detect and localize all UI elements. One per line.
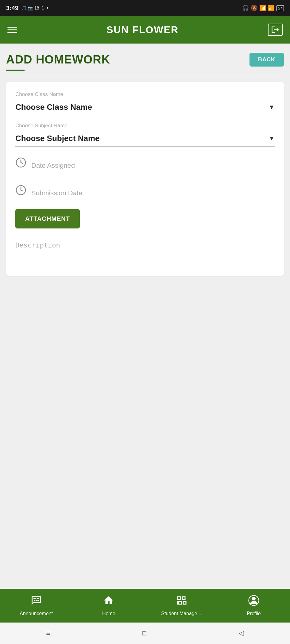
- subject-field-group: Choose Subject Name Choose Subject Name …: [15, 123, 275, 147]
- status-icons: 🎵 📷 18 🚶 •: [21, 6, 48, 10]
- attachment-button[interactable]: ATTACHMENT: [15, 209, 80, 228]
- status-time: 3:49: [6, 5, 18, 12]
- subject-dropdown[interactable]: Choose Subject Name ▼: [15, 131, 275, 147]
- logout-button[interactable]: [268, 24, 283, 36]
- attachment-row: ATTACHMENT: [15, 209, 275, 228]
- nav-item-profile[interactable]: Profile: [218, 595, 290, 616]
- title-underline: [6, 70, 25, 71]
- nav-label-student: Student Manage...: [161, 611, 201, 616]
- status-bar: 3:49 🎵 📷 18 🚶 • 🎧 🔕 📶 📶 57: [0, 0, 290, 16]
- subject-field-label: Choose Subject Name: [15, 123, 275, 129]
- submission-date-group: [15, 182, 275, 200]
- notification-icon: 🎵: [21, 6, 27, 10]
- class-dropdown[interactable]: Choose Class Name ▼: [15, 99, 275, 115]
- notification-count: 18: [34, 6, 39, 10]
- class-field-group: Choose Class Name Choose Class Name ▼: [15, 91, 275, 115]
- description-input[interactable]: [15, 238, 275, 262]
- attachment-line: [86, 226, 275, 226]
- camera-icon: 📷: [28, 6, 33, 10]
- back-button[interactable]: BACK: [249, 53, 284, 67]
- android-home-button[interactable]: □: [142, 629, 146, 637]
- app-header: SUN FLOWER: [0, 16, 290, 44]
- submission-date-input[interactable]: [31, 187, 275, 200]
- svg-point-7: [252, 597, 256, 600]
- svg-point-4: [37, 600, 39, 601]
- svg-point-2: [34, 600, 35, 601]
- main-content: ADD HOMEWORK BACK Choose Class Name Choo…: [0, 44, 290, 589]
- home-icon: [103, 595, 114, 608]
- signal-icon: 📶: [259, 5, 266, 11]
- battery-icon: 57: [276, 5, 284, 11]
- wifi-icon: 📶: [268, 5, 275, 11]
- announcement-icon: [31, 595, 42, 608]
- app-title: SUN FLOWER: [106, 24, 179, 36]
- headphone-icon: 🎧: [242, 5, 249, 11]
- status-right-icons: 🎧 🔕 📶 📶 57: [242, 5, 284, 11]
- student-manage-icon: [176, 595, 187, 608]
- dot-icon: •: [47, 6, 48, 10]
- class-dropdown-arrow: ▼: [269, 104, 275, 111]
- date-assigned-wrapper: [31, 159, 275, 172]
- svg-rect-6: [37, 598, 39, 599]
- mute-icon: 🔕: [251, 5, 257, 11]
- page-title: ADD HOMEWORK: [6, 53, 110, 66]
- svg-rect-5: [33, 598, 36, 599]
- date-assigned-input[interactable]: [31, 159, 275, 172]
- nav-label-home: Home: [102, 611, 115, 616]
- svg-point-3: [36, 600, 37, 601]
- nav-item-announcement[interactable]: Announcement: [0, 595, 72, 616]
- android-nav-bar: ≡ □ ◁: [0, 623, 290, 644]
- profile-icon: [248, 595, 259, 608]
- divider: [6, 76, 284, 76]
- clock-icon-assigned: [15, 157, 26, 171]
- submission-date-wrapper: [31, 187, 275, 200]
- clock-icon-submission: [15, 185, 26, 198]
- form-card: Choose Class Name Choose Class Name ▼ Ch…: [6, 82, 284, 276]
- steps-icon: 🚶: [41, 6, 46, 10]
- description-group: [15, 238, 275, 263]
- nav-label-profile: Profile: [247, 611, 261, 616]
- bottom-nav: Announcement Home Student Manage... Prof…: [0, 589, 290, 623]
- page-header: ADD HOMEWORK BACK: [6, 53, 284, 67]
- android-back-button[interactable]: ◁: [239, 629, 244, 637]
- subject-dropdown-arrow: ▼: [269, 135, 275, 142]
- menu-button[interactable]: [7, 27, 17, 33]
- class-dropdown-value: Choose Class Name: [15, 102, 92, 112]
- subject-dropdown-value: Choose Subject Name: [15, 134, 100, 143]
- nav-item-home[interactable]: Home: [72, 595, 145, 616]
- android-menu-button[interactable]: ≡: [46, 629, 50, 637]
- date-assigned-group: [15, 154, 275, 172]
- nav-item-student[interactable]: Student Manage...: [145, 595, 218, 616]
- class-field-label: Choose Class Name: [15, 91, 275, 98]
- nav-label-announcement: Announcement: [20, 611, 53, 616]
